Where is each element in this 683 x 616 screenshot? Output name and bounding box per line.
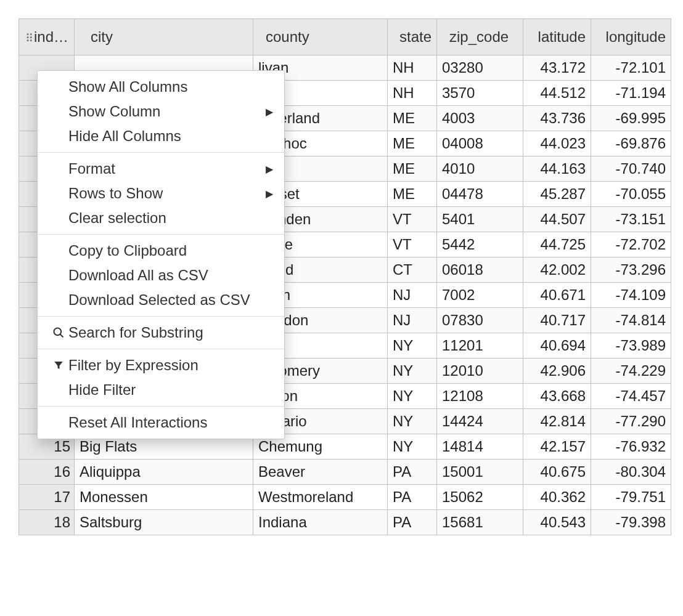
- cell-zip-code[interactable]: 12108: [437, 384, 523, 409]
- cell-state[interactable]: CT: [388, 257, 437, 283]
- cell-longitude[interactable]: -80.304: [591, 460, 671, 485]
- header-index[interactable]: ⠿index: [19, 19, 75, 55]
- cell-longitude[interactable]: -76.932: [591, 434, 671, 460]
- menu-show-column[interactable]: Show Column ▶: [38, 99, 284, 124]
- cell-index[interactable]: 16: [19, 460, 75, 485]
- cell-state[interactable]: ME: [388, 182, 437, 207]
- cell-state[interactable]: NH: [388, 55, 437, 81]
- cell-zip-code[interactable]: 04478: [437, 182, 523, 207]
- cell-city[interactable]: Monessen: [75, 485, 253, 510]
- cell-latitude[interactable]: 42.002: [523, 257, 591, 283]
- header-city[interactable]: city: [75, 19, 253, 55]
- table-row[interactable]: 17MonessenWestmorelandPA1506240.362-79.7…: [19, 485, 671, 510]
- menu-rows-to-show[interactable]: Rows to Show ▶: [38, 181, 284, 206]
- cell-zip-code[interactable]: 06018: [437, 257, 523, 283]
- cell-zip-code[interactable]: 3570: [437, 81, 523, 106]
- grip-icon[interactable]: ⠿: [24, 34, 33, 42]
- cell-state[interactable]: PA: [388, 460, 437, 485]
- cell-state[interactable]: NY: [388, 333, 437, 359]
- cell-state[interactable]: NJ: [388, 283, 437, 308]
- cell-longitude[interactable]: -74.109: [591, 283, 671, 308]
- cell-latitude[interactable]: 40.717: [523, 308, 591, 333]
- cell-state[interactable]: NH: [388, 81, 437, 106]
- cell-latitude[interactable]: 42.906: [523, 359, 591, 384]
- cell-latitude[interactable]: 44.507: [523, 207, 591, 232]
- cell-latitude[interactable]: 43.172: [523, 55, 591, 81]
- header-zip-code[interactable]: zip_code: [437, 19, 523, 55]
- cell-county[interactable]: Indiana: [253, 510, 388, 535]
- cell-latitude[interactable]: 40.362: [523, 485, 591, 510]
- cell-state[interactable]: NY: [388, 359, 437, 384]
- menu-hide-filter[interactable]: Hide Filter: [38, 378, 284, 402]
- menu-download-all-csv[interactable]: Download All as CSV: [38, 263, 284, 288]
- cell-state[interactable]: NY: [388, 409, 437, 434]
- cell-longitude[interactable]: -73.989: [591, 333, 671, 359]
- cell-longitude[interactable]: -77.290: [591, 409, 671, 434]
- cell-state[interactable]: NY: [388, 434, 437, 460]
- cell-zip-code[interactable]: 11201: [437, 333, 523, 359]
- cell-latitude[interactable]: 44.163: [523, 156, 591, 182]
- cell-longitude[interactable]: -72.702: [591, 232, 671, 257]
- header-state[interactable]: state: [388, 19, 437, 55]
- cell-zip-code[interactable]: 4003: [437, 106, 523, 131]
- cell-longitude[interactable]: -79.751: [591, 485, 671, 510]
- table-row[interactable]: 18SaltsburgIndianaPA1568140.543-79.398: [19, 510, 671, 535]
- menu-filter-expression[interactable]: Filter by Expression: [38, 353, 284, 378]
- cell-zip-code[interactable]: 4010: [437, 156, 523, 182]
- menu-format[interactable]: Format ▶: [38, 156, 284, 181]
- cell-state[interactable]: VT: [388, 207, 437, 232]
- cell-zip-code[interactable]: 5401: [437, 207, 523, 232]
- cell-state[interactable]: PA: [388, 510, 437, 535]
- cell-zip-code[interactable]: 5442: [437, 232, 523, 257]
- cell-latitude[interactable]: 42.157: [523, 434, 591, 460]
- cell-latitude[interactable]: 40.694: [523, 333, 591, 359]
- cell-zip-code[interactable]: 12010: [437, 359, 523, 384]
- cell-zip-code[interactable]: 15062: [437, 485, 523, 510]
- cell-state[interactable]: NJ: [388, 308, 437, 333]
- menu-search-substring[interactable]: Search for Substring: [38, 320, 284, 345]
- header-latitude[interactable]: latitude: [523, 19, 591, 55]
- cell-state[interactable]: PA: [388, 485, 437, 510]
- menu-copy-to-clipboard[interactable]: Copy to Clipboard: [38, 238, 284, 263]
- menu-show-all-columns[interactable]: Show All Columns: [38, 75, 284, 99]
- cell-longitude[interactable]: -71.194: [591, 81, 671, 106]
- menu-hide-all-columns[interactable]: Hide All Columns: [38, 124, 284, 148]
- cell-latitude[interactable]: 43.736: [523, 106, 591, 131]
- cell-state[interactable]: ME: [388, 156, 437, 182]
- cell-longitude[interactable]: -69.995: [591, 106, 671, 131]
- cell-zip-code[interactable]: 07830: [437, 308, 523, 333]
- cell-zip-code[interactable]: 03280: [437, 55, 523, 81]
- cell-index[interactable]: 17: [19, 485, 75, 510]
- cell-longitude[interactable]: -69.876: [591, 131, 671, 156]
- cell-zip-code[interactable]: 7002: [437, 283, 523, 308]
- cell-latitude[interactable]: 40.543: [523, 510, 591, 535]
- cell-city[interactable]: Saltsburg: [75, 510, 253, 535]
- cell-longitude[interactable]: -70.055: [591, 182, 671, 207]
- cell-index[interactable]: 18: [19, 510, 75, 535]
- cell-longitude[interactable]: -73.296: [591, 257, 671, 283]
- cell-longitude[interactable]: -74.814: [591, 308, 671, 333]
- cell-latitude[interactable]: 42.814: [523, 409, 591, 434]
- cell-county[interactable]: Beaver: [253, 460, 388, 485]
- cell-zip-code[interactable]: 04008: [437, 131, 523, 156]
- header-county[interactable]: county: [253, 19, 388, 55]
- cell-longitude[interactable]: -79.398: [591, 510, 671, 535]
- menu-clear-selection[interactable]: Clear selection: [38, 206, 284, 230]
- cell-longitude[interactable]: -73.151: [591, 207, 671, 232]
- menu-download-selected-csv[interactable]: Download Selected as CSV: [38, 288, 284, 312]
- cell-longitude[interactable]: -74.457: [591, 384, 671, 409]
- header-longitude[interactable]: longitude: [591, 19, 671, 55]
- cell-longitude[interactable]: -72.101: [591, 55, 671, 81]
- cell-county[interactable]: Westmoreland: [253, 485, 388, 510]
- cell-latitude[interactable]: 44.725: [523, 232, 591, 257]
- cell-latitude[interactable]: 40.671: [523, 283, 591, 308]
- table-row[interactable]: 16AliquippaBeaverPA1500140.675-80.304: [19, 460, 671, 485]
- cell-longitude[interactable]: -70.740: [591, 156, 671, 182]
- cell-state[interactable]: NY: [388, 384, 437, 409]
- cell-state[interactable]: ME: [388, 131, 437, 156]
- cell-latitude[interactable]: 44.023: [523, 131, 591, 156]
- cell-zip-code[interactable]: 15681: [437, 510, 523, 535]
- cell-latitude[interactable]: 40.675: [523, 460, 591, 485]
- cell-zip-code[interactable]: 15001: [437, 460, 523, 485]
- cell-zip-code[interactable]: 14424: [437, 409, 523, 434]
